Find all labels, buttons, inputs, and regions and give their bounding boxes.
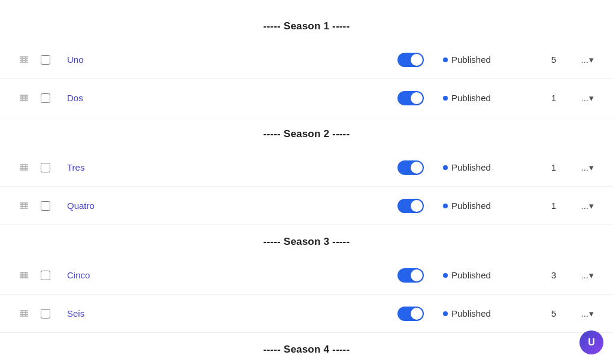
episode-checkbox[interactable]: [41, 201, 50, 211]
episode-title[interactable]: Quatro: [67, 201, 393, 211]
more-dots: ...: [581, 54, 588, 65]
status-dot: [443, 311, 448, 316]
status-text: Published: [451, 54, 491, 65]
toggle-col: [393, 268, 429, 283]
episode-checkbox-col: [36, 309, 55, 318]
toggle-col: [393, 53, 429, 67]
drag-icon: [18, 92, 30, 104]
episode-checkbox[interactable]: [41, 271, 50, 280]
episode-row: Quatro Published 1 ... ▾: [0, 187, 613, 225]
status-text: Published: [451, 201, 491, 211]
drag-handle[interactable]: [14, 92, 34, 104]
episode-checkbox-col: [36, 163, 55, 172]
chevron-down-icon: ▾: [589, 162, 594, 173]
episode-count: 5: [539, 308, 569, 318]
more-button[interactable]: ... ▾: [576, 52, 599, 68]
toggle-col: [393, 307, 429, 321]
user-avatar[interactable]: U: [579, 330, 603, 354]
status-col: Published: [443, 270, 539, 280]
more-dots: ...: [581, 308, 588, 318]
more-col: ... ▾: [569, 90, 599, 106]
drag-handle[interactable]: [14, 269, 34, 281]
status-text: Published: [451, 93, 491, 103]
chevron-down-icon: ▾: [589, 201, 594, 211]
more-dots: ...: [581, 93, 588, 103]
status-col: Published: [443, 308, 539, 318]
more-col: ... ▾: [569, 198, 599, 214]
drag-icon: [18, 269, 30, 281]
status-col: Published: [443, 93, 539, 103]
drag-icon: [18, 308, 30, 320]
status-dot: [443, 96, 448, 101]
publish-toggle[interactable]: [397, 268, 424, 283]
episode-row: Cinco Published 3 ... ▾: [0, 256, 613, 295]
drag-handle[interactable]: [14, 200, 34, 212]
season-header-3: ----- Season 3 -----: [0, 225, 613, 256]
drag-icon: [18, 200, 30, 212]
more-col: ... ▾: [569, 52, 599, 68]
status-text: Published: [451, 308, 491, 318]
episode-row: Seis Published 5 ... ▾: [0, 295, 613, 333]
episode-title[interactable]: Seis: [67, 308, 393, 318]
publish-toggle[interactable]: [397, 160, 424, 175]
status-dot: [443, 165, 448, 170]
episode-list: ----- Season 1 ----- Uno: [0, 0, 613, 364]
episode-checkbox[interactable]: [41, 163, 50, 172]
status-text: Published: [451, 270, 491, 280]
chevron-down-icon: ▾: [589, 54, 594, 65]
episode-checkbox-col: [36, 201, 55, 211]
drag-icon: [18, 162, 30, 174]
drag-handle[interactable]: [14, 54, 34, 66]
status-col: Published: [443, 54, 539, 65]
episode-row: Uno Published 5 ... ▾: [0, 41, 613, 79]
publish-toggle[interactable]: [397, 91, 424, 105]
chevron-down-icon: ▾: [589, 93, 594, 104]
toggle-col: [393, 160, 429, 175]
more-dots: ...: [581, 270, 588, 280]
episode-row: Dos Published 1 ... ▾: [0, 79, 613, 117]
drag-icon: [18, 54, 30, 66]
episode-title[interactable]: Dos: [67, 93, 393, 103]
publish-toggle[interactable]: [397, 199, 424, 213]
episode-count: 5: [539, 54, 569, 65]
drag-handle[interactable]: [14, 308, 34, 320]
episode-title[interactable]: Uno: [67, 54, 393, 65]
status-dot: [443, 204, 448, 208]
more-button[interactable]: ... ▾: [576, 306, 599, 321]
more-col: ... ▾: [569, 268, 599, 283]
episode-count: 1: [539, 162, 569, 172]
episode-title[interactable]: Cinco: [67, 270, 393, 280]
status-text: Published: [451, 162, 491, 172]
status-dot: [443, 273, 448, 278]
season-header-2: ----- Season 2 -----: [0, 117, 613, 148]
episode-row: Tres Published 1 ... ▾: [0, 148, 613, 187]
more-button[interactable]: ... ▾: [576, 198, 599, 214]
more-dots: ...: [581, 201, 588, 211]
chevron-down-icon: ▾: [589, 270, 594, 281]
episode-checkbox[interactable]: [41, 93, 50, 103]
episode-checkbox[interactable]: [41, 55, 50, 65]
more-col: ... ▾: [569, 306, 599, 321]
more-dots: ...: [581, 162, 588, 172]
episode-count: 1: [539, 93, 569, 103]
more-button[interactable]: ... ▾: [576, 90, 599, 106]
publish-toggle[interactable]: [397, 307, 424, 321]
more-col: ... ▾: [569, 160, 599, 175]
more-button[interactable]: ... ▾: [576, 268, 599, 283]
more-button[interactable]: ... ▾: [576, 160, 599, 175]
toggle-col: [393, 199, 429, 213]
drag-handle[interactable]: [14, 162, 34, 174]
episode-count: 1: [539, 201, 569, 211]
episode-checkbox-col: [36, 271, 55, 280]
toggle-col: [393, 91, 429, 105]
chevron-down-icon: ▾: [589, 308, 594, 319]
episode-checkbox-col: [36, 93, 55, 103]
season-header-1: ----- Season 1 -----: [0, 10, 613, 41]
status-dot: [443, 57, 448, 62]
episode-checkbox[interactable]: [41, 309, 50, 318]
episode-count: 3: [539, 270, 569, 280]
season-header-4: ----- Season 4 -----: [0, 333, 613, 364]
status-col: Published: [443, 162, 539, 172]
episode-title[interactable]: Tres: [67, 162, 393, 172]
publish-toggle[interactable]: [397, 53, 424, 67]
